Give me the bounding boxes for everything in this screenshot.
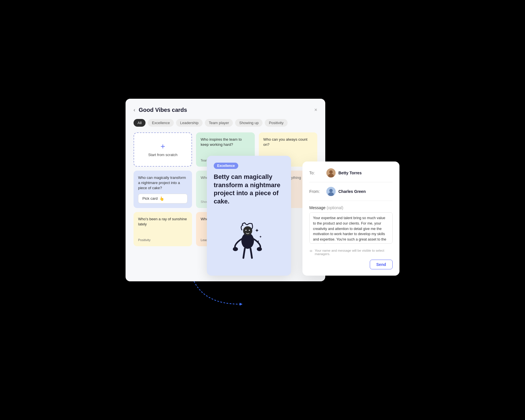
card-question-2: Who inspires the team to keep working ha… (201, 137, 250, 147)
svg-rect-4 (234, 247, 235, 250)
message-label: Message (optional) (309, 205, 393, 210)
pick-card-label: Pick card (142, 196, 158, 201)
from-label: From: (309, 189, 324, 194)
filter-tab-excellence[interactable]: Excellence (148, 119, 174, 127)
charles-avatar (326, 187, 336, 196)
filter-tab-positivity[interactable]: Positivity (265, 119, 287, 127)
card-scratch[interactable]: + Start from scratch (134, 132, 192, 167)
svg-point-11 (249, 230, 250, 231)
divider-2 (309, 201, 393, 201)
visibility-text: Your name and message will be visible to… (315, 249, 393, 256)
card-sunshine[interactable]: Who's been a ray of sunshine lately Posi… (134, 212, 192, 246)
svg-text:✦: ✦ (255, 228, 259, 233)
send-button[interactable]: Send (370, 260, 393, 269)
plus-icon: + (160, 142, 165, 150)
card-question-3: Who can you always count on? (263, 137, 313, 147)
pick-card-button[interactable]: Pick card 👆 (138, 194, 187, 203)
svg-point-10 (245, 230, 247, 231)
betty-avatar (326, 168, 336, 177)
filter-tab-all[interactable]: All (134, 119, 146, 127)
featured-illustration: ✦ ✦ ✦ (214, 210, 284, 269)
featured-card: Excellence Betty can magically transform… (207, 156, 291, 276)
svg-point-2 (243, 226, 252, 235)
message-optional: (optional) (327, 205, 343, 210)
modal-header: ‹ Good Vibes cards × (134, 107, 317, 113)
filter-tabs: All Excellence Leadership Team player Sh… (134, 119, 317, 127)
divider-1 (309, 182, 393, 182)
close-button[interactable]: × (314, 107, 317, 113)
eye-icon: 👁 (309, 249, 313, 253)
card-question-4: Who can magically transform a nightmare … (138, 175, 187, 191)
back-icon: ‹ (134, 107, 135, 113)
filter-tab-team-player[interactable]: Team player (205, 119, 233, 127)
modal-title: Good Vibes cards (139, 107, 187, 113)
svg-text:✦: ✦ (259, 235, 262, 239)
to-label: To: (309, 171, 324, 175)
filter-tab-leadership[interactable]: Leadership (176, 119, 202, 127)
send-panel: To: Betty Torres From: Charles Gree (302, 161, 399, 276)
svg-point-13 (329, 170, 333, 174)
svg-point-16 (329, 189, 333, 192)
featured-title: Betty can magically transform a nightmar… (214, 173, 284, 205)
card-question-7: Who's been a ray of sunshine lately (138, 217, 187, 227)
illustration-svg: ✦ ✦ ✦ (226, 217, 272, 262)
to-row: To: Betty Torres (309, 168, 393, 177)
filter-tab-showing-up[interactable]: Showing up (235, 119, 262, 127)
to-name: Betty Torres (338, 171, 362, 175)
scratch-label: Start from scratch (148, 153, 177, 157)
close-icon: × (314, 107, 317, 113)
message-textarea[interactable]: Your expertise and talent bring so much … (309, 212, 393, 244)
card-nightmare[interactable]: Who can magically transform a nightmare … (134, 171, 192, 208)
cursor-icon: 👆 (159, 196, 164, 201)
featured-tag: Excellence (214, 163, 238, 169)
svg-marker-0 (240, 303, 243, 306)
svg-text:✦: ✦ (257, 240, 259, 243)
from-name: Charles Green (338, 189, 366, 194)
from-row: From: Charles Green (309, 187, 393, 196)
visibility-note: 👁 Your name and message will be visible … (309, 249, 393, 256)
back-button[interactable]: ‹ (134, 107, 135, 113)
message-section: Message (optional) Your expertise and ta… (309, 205, 393, 245)
svg-rect-6 (259, 247, 261, 250)
card-tag-7: Positivity (138, 238, 187, 242)
